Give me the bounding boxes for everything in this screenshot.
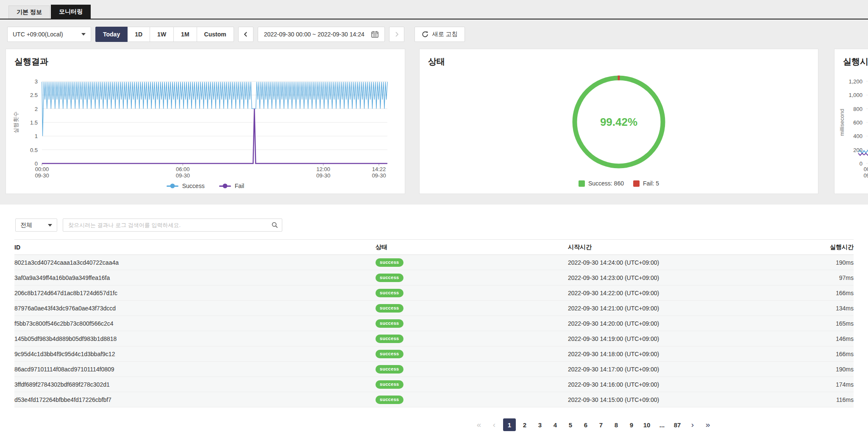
legend-label: Success: 860 — [588, 180, 624, 187]
execution-results-chart: 32.521.510.50실행횟수00:0009-3006:0009-3012:… — [6, 49, 405, 194]
search-input[interactable] — [63, 219, 282, 232]
search-icon[interactable] — [271, 221, 278, 229]
table-row[interactable]: 3af0a9a349ff4a16b0a9a349ffea16fasuccess2… — [14, 270, 854, 285]
svg-text:0.5: 0.5 — [30, 147, 38, 153]
cell-id: 145b05df983b4d889b05df983b1d8818 — [14, 331, 376, 346]
table-row[interactable]: d53e4fd172264bfbbe4fd17226cbfbf7success2… — [14, 392, 854, 407]
timezone-select[interactable]: UTC +09:00(Local) — [7, 27, 91, 42]
cell-status: success — [376, 255, 568, 270]
execution-time-chart: 1,2001,0008006004002000millisecond00:000… — [835, 49, 868, 194]
cell-start-time: 2022-09-30 14:16:00 (UTC+09:00) — [568, 377, 780, 392]
svg-text:3: 3 — [35, 78, 38, 85]
results-table-section: 전체 ID상태시작시간실행시간 8021a3cd40724caaa1a3cd40… — [0, 205, 868, 440]
page-7[interactable]: 7 — [595, 418, 607, 431]
cell-duration: 166ms — [780, 346, 854, 362]
page-5[interactable]: 5 — [564, 418, 577, 431]
table-row[interactable]: 87976a0ae43f43dc976a0ae43f73dccdsuccess2… — [14, 301, 854, 316]
page-8[interactable]: 8 — [610, 418, 623, 431]
range-button-1w[interactable]: 1W — [150, 27, 174, 42]
svg-text:0: 0 — [860, 161, 862, 167]
column-header: 실행시간 — [780, 240, 854, 255]
status-legend-item-success: Success: 860 — [579, 180, 624, 187]
legend-item-success[interactable]: Success — [167, 183, 205, 189]
panel-title-execution-time: 실행시간 — [843, 56, 868, 67]
status-badge: success — [376, 380, 403, 389]
table-row[interactable]: 9c95d4c1d3bb4f9c95d4c1d3bbaf9c12success2… — [14, 346, 854, 362]
table-row[interactable]: f5bb73c800f546c2bb73c800f566c2c4success2… — [14, 316, 854, 331]
next-range-button[interactable] — [389, 27, 404, 42]
page-1[interactable]: 1 — [503, 418, 516, 431]
svg-text:00:0009-30: 00:0009-30 — [35, 166, 49, 179]
cell-id: 86acd97101114f08acd97101114f0809 — [14, 362, 376, 377]
column-header: 상태 — [376, 240, 568, 255]
page-10[interactable]: 10 — [640, 418, 653, 431]
legend-line-dot-icon — [219, 185, 231, 187]
filter-select[interactable]: 전체 — [15, 219, 57, 232]
svg-text:14:2209-30: 14:2209-30 — [372, 166, 386, 179]
cell-id: f5bb73c800f546c2bb73c800f566c2c4 — [14, 316, 376, 331]
next-page-button[interactable]: › — [686, 418, 699, 431]
page-ellipsis: ... — [656, 418, 668, 431]
page-87[interactable]: 87 — [671, 418, 684, 431]
chevron-down-icon — [81, 33, 86, 36]
svg-text:06:0009-30: 06:0009-30 — [176, 166, 190, 179]
prev-page-button: ‹ — [488, 418, 501, 431]
page-9[interactable]: 9 — [625, 418, 638, 431]
status-donut-chart: 99.42% — [570, 73, 668, 171]
tab-monitoring[interactable]: 모니터링 — [51, 5, 91, 19]
last-page-button[interactable]: » — [701, 418, 714, 431]
refresh-button[interactable]: 새로 고침 — [415, 27, 465, 42]
status-badge: success — [376, 289, 403, 297]
range-button-custom[interactable]: Custom — [197, 27, 234, 42]
svg-text:1,200: 1,200 — [849, 78, 862, 85]
tab-basic-info[interactable]: 기본 정보 — [8, 6, 50, 19]
legend-item-fail[interactable]: Fail — [219, 183, 245, 189]
svg-text:00:0009-30: 00:0009-30 — [863, 166, 868, 179]
table-row[interactable]: 3ffdf689f2784302bdf689f278c302d1success2… — [14, 377, 854, 392]
svg-text:2: 2 — [35, 106, 38, 112]
svg-text:800: 800 — [853, 106, 862, 112]
svg-text:2.5: 2.5 — [30, 92, 38, 98]
status-badge: success — [376, 319, 403, 328]
timezone-value: UTC +09:00(Local) — [13, 31, 63, 38]
range-button-1m[interactable]: 1M — [173, 27, 197, 42]
filter-select-value: 전체 — [20, 221, 32, 229]
range-button-1d[interactable]: 1D — [127, 27, 150, 42]
svg-text:1,000: 1,000 — [849, 92, 862, 98]
page-6[interactable]: 6 — [579, 418, 592, 431]
page-3[interactable]: 3 — [534, 418, 546, 431]
cell-status: success — [376, 270, 568, 285]
status-badge: success — [376, 258, 403, 267]
pagination: «‹12345678910...87›» — [473, 418, 714, 431]
cell-status: success — [376, 316, 568, 331]
prev-range-button[interactable] — [238, 27, 253, 42]
table-row[interactable]: 86acd97101114f08acd97101114f0809success2… — [14, 362, 854, 377]
toolbar: UTC +09:00(Local) Today1D1W1MCustom 2022… — [7, 27, 465, 42]
charts-row: 실행결과 32.521.510.50실행횟수00:0009-3006:0009-… — [6, 49, 868, 194]
cell-status: success — [376, 392, 568, 407]
svg-text:실행횟수: 실행횟수 — [13, 111, 19, 133]
table-row[interactable]: 145b05df983b4d889b05df983b1d8818success2… — [14, 331, 854, 346]
svg-text:12:0009-30: 12:0009-30 — [316, 166, 330, 179]
date-range-text: 2022-09-30 00:00 ~ 2022-09-30 14:24 — [264, 31, 364, 38]
cell-id: 3ffdf689f2784302bdf689f278c302d1 — [14, 377, 376, 392]
date-range-display[interactable]: 2022-09-30 00:00 ~ 2022-09-30 14:24 — [258, 27, 385, 42]
execution-results-panel: 실행결과 32.521.510.50실행횟수00:0009-3006:0009-… — [6, 49, 405, 194]
cell-duration: 190ms — [780, 255, 854, 270]
range-button-today[interactable]: Today — [95, 27, 128, 42]
svg-text:millisecond: millisecond — [839, 109, 845, 136]
page-4[interactable]: 4 — [549, 418, 562, 431]
table-row[interactable]: 206c8b1724d647d1ac8b1724d657d1fcsuccess2… — [14, 285, 854, 301]
status-badge: success — [376, 396, 403, 404]
panel-title-status: 상태 — [428, 56, 445, 67]
cell-id: 3af0a9a349ff4a16b0a9a349ffea16fa — [14, 270, 376, 285]
tab-underline — [0, 19, 868, 19]
cell-status: success — [376, 377, 568, 392]
cell-id: 8021a3cd40724caaa1a3cd40722caa4a — [14, 255, 376, 270]
status-legend-item-fail: Fail: 5 — [633, 180, 659, 187]
cell-status: success — [376, 362, 568, 377]
refresh-label: 새로 고침 — [432, 30, 458, 38]
cell-status: success — [376, 346, 568, 362]
table-row[interactable]: 8021a3cd40724caaa1a3cd40722caa4asuccess2… — [14, 255, 854, 270]
page-2[interactable]: 2 — [518, 418, 531, 431]
